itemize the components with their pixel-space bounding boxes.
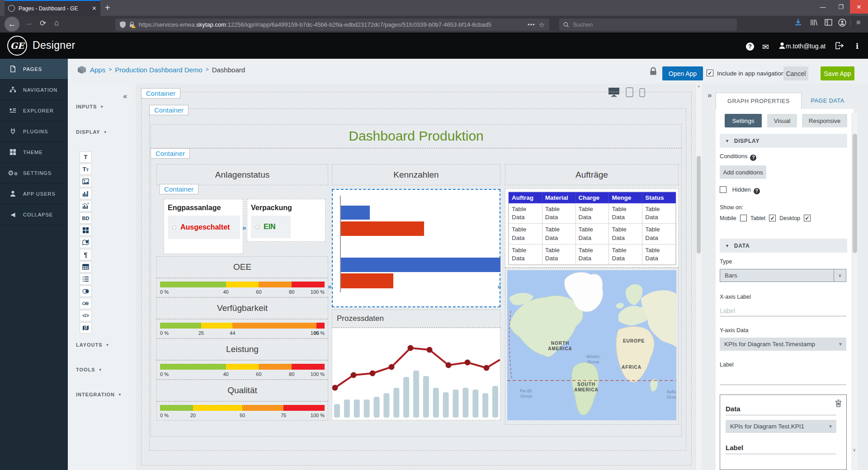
- table-header-cell[interactable]: Material: [542, 193, 576, 203]
- conditions-help-icon[interactable]: ?: [750, 155, 756, 161]
- user-email[interactable]: m.toth@tug.at: [786, 42, 826, 50]
- table-cell[interactable]: Table Data: [642, 203, 676, 224]
- design-canvas[interactable]: ContainerContainerDashboard ProduktionCo…: [136, 84, 695, 470]
- info-icon[interactable]: i: [856, 42, 859, 51]
- home-button[interactable]: ⌂: [54, 19, 59, 28]
- collapse-palette-icon[interactable]: «: [123, 92, 127, 101]
- type-select[interactable]: Bars ∨: [720, 269, 846, 282]
- palette-widget-grid[interactable]: [80, 225, 92, 236]
- panel-scroll-thumb[interactable]: [853, 134, 857, 253]
- canvas-scrollbar[interactable]: ▲: [695, 84, 702, 470]
- sidebar-item-plugins[interactable]: PLUGINS: [0, 121, 68, 142]
- world-map[interactable]: NORTHAMERICAEUROPEAFRICASOUTHAMERICAAtla…: [507, 270, 676, 420]
- palette-widget-heading[interactable]: TT: [80, 164, 92, 175]
- table-cell[interactable]: Table Data: [642, 224, 676, 244]
- palette-section-integration[interactable]: INTEGRATION▼: [76, 392, 122, 397]
- table-header-cell[interactable]: Status: [642, 193, 676, 203]
- forward-button[interactable]: →: [25, 19, 33, 28]
- orders-table[interactable]: AuftragMaterialChargeMengeStatusTable Da…: [509, 192, 676, 265]
- sidebar-item-navigation[interactable]: NAVIGATION: [0, 80, 68, 100]
- palette-widget-radio[interactable]: [80, 298, 92, 309]
- resize-handle-icon[interactable]: »: [328, 282, 331, 290]
- display-section-header[interactable]: ▼DISPLAY: [720, 134, 847, 148]
- open-app-button[interactable]: Open App: [662, 66, 703, 80]
- mode-responsive-button[interactable]: Responsive: [802, 114, 847, 127]
- sidebar-item-theme[interactable]: THEME: [0, 142, 68, 163]
- tab-graph-properties[interactable]: GRAPH PROPERTIES: [716, 93, 802, 109]
- canvas-scroll-thumb[interactable]: [697, 156, 701, 254]
- table-header-cell[interactable]: Auftrag: [509, 193, 542, 203]
- series-data-select[interactable]: KPIs for Diagram Test.KPI1▼: [726, 420, 836, 433]
- table-header-cell[interactable]: Charge: [576, 193, 609, 203]
- resize-handle-icon[interactable]: »: [497, 282, 501, 290]
- palette-section-inputs[interactable]: INPUTS▼: [76, 104, 104, 109]
- xaxis-input[interactable]: Label: [720, 306, 846, 316]
- table-cell[interactable]: Table Data: [542, 244, 576, 264]
- container-label[interactable]: Container: [141, 88, 180, 99]
- hidden-help-icon[interactable]: ?: [754, 188, 760, 194]
- bookmark-star-icon[interactable]: ☆: [539, 21, 545, 29]
- table-cell[interactable]: Table Data: [576, 203, 609, 224]
- container-label[interactable]: Container: [149, 105, 189, 115]
- radio-icon[interactable]: [172, 226, 176, 230]
- hidden-checkbox[interactable]: [720, 186, 726, 193]
- new-tab-button[interactable]: +: [105, 2, 110, 14]
- table-cell[interactable]: Table Data: [609, 203, 642, 224]
- table-cell[interactable]: Table Data: [642, 244, 676, 264]
- table-cell[interactable]: Table Data: [609, 244, 642, 264]
- scroll-up-icon[interactable]: ▲: [696, 84, 702, 89]
- expand-panel-icon[interactable]: »: [708, 91, 712, 100]
- palette-widget-toggle[interactable]: [80, 286, 92, 297]
- palette-widget-image[interactable]: [80, 176, 92, 187]
- page-actions-icon[interactable]: •••: [528, 21, 535, 28]
- mode-settings-button[interactable]: Settings: [725, 114, 762, 127]
- palette-widget-text[interactable]: T: [80, 151, 92, 163]
- panel-scrollbar[interactable]: ∨: [852, 113, 858, 470]
- table-header-cell[interactable]: Menge: [609, 193, 642, 203]
- splitter-icon[interactable]: »: [242, 224, 246, 231]
- add-conditions-button[interactable]: Add conditions: [720, 165, 766, 179]
- downloads-icon[interactable]: [794, 19, 802, 28]
- table-cell[interactable]: Table Data: [542, 224, 576, 244]
- yaxis-data-select[interactable]: KPIs for Diagram Test.Timestamp▼: [720, 338, 846, 351]
- search-bar[interactable]: [559, 19, 737, 31]
- palette-section-layouts[interactable]: LAYOUTS▼: [76, 342, 109, 348]
- tab-close-icon[interactable]: ✕: [92, 5, 97, 12]
- reload-button[interactable]: ⟳: [40, 19, 46, 28]
- table-cell[interactable]: Table Data: [542, 203, 576, 224]
- palette-widget-map-marker[interactable]: [80, 237, 92, 248]
- back-button[interactable]: ←: [5, 17, 19, 32]
- palette-widget-analysis-chart[interactable]: [80, 200, 92, 212]
- logout-icon[interactable]: [835, 42, 844, 51]
- window-maximize-button[interactable]: ❐: [832, 0, 850, 14]
- sidebar-item-pages[interactable]: PAGES: [0, 59, 68, 80]
- window-minimize-button[interactable]: —: [814, 0, 832, 14]
- table-cell[interactable]: Table Data: [509, 203, 542, 224]
- palette-section-display[interactable]: DISPLAY▼: [76, 129, 108, 135]
- cancel-button[interactable]: Cancel: [783, 66, 808, 80]
- table-cell[interactable]: Table Data: [509, 224, 542, 244]
- library-icon[interactable]: [810, 19, 818, 28]
- breadcrumb-link[interactable]: Production Dashboard Demo: [115, 66, 202, 74]
- include-nav-checkbox[interactable]: ✓: [707, 70, 713, 76]
- container-label[interactable]: Container: [151, 148, 190, 159]
- browser-tab[interactable]: Pages - Dashboard - GE ✕: [5, 0, 100, 16]
- palette-widget-paragraph[interactable]: ¶: [80, 249, 92, 260]
- device-checkbox-desktop[interactable]: ✓: [804, 215, 811, 221]
- sidebar-item-collapse[interactable]: ◀COLLAPSE: [0, 204, 68, 225]
- help-icon[interactable]: ?: [746, 42, 754, 51]
- sidebar-item-app-users[interactable]: APP USERS: [0, 183, 68, 204]
- tab-page-data[interactable]: PAGE DATA: [802, 93, 854, 109]
- palette-widget-code[interactable]: </>: [80, 310, 92, 321]
- search-input[interactable]: [572, 21, 733, 28]
- delete-series-icon[interactable]: [835, 400, 842, 407]
- mail-icon[interactable]: ✉: [762, 42, 769, 52]
- table-cell[interactable]: Table Data: [576, 224, 609, 244]
- window-close-button[interactable]: ✕: [850, 0, 868, 14]
- account-icon[interactable]: [838, 19, 846, 28]
- palette-widget-table[interactable]: [80, 261, 92, 273]
- container-label[interactable]: Container: [159, 184, 198, 194]
- menu-hamburger-icon[interactable]: ≡: [856, 19, 860, 27]
- url-bar[interactable]: ! https://services-emea.skytap.com:12256…: [115, 19, 549, 31]
- table-cell[interactable]: Table Data: [576, 244, 609, 264]
